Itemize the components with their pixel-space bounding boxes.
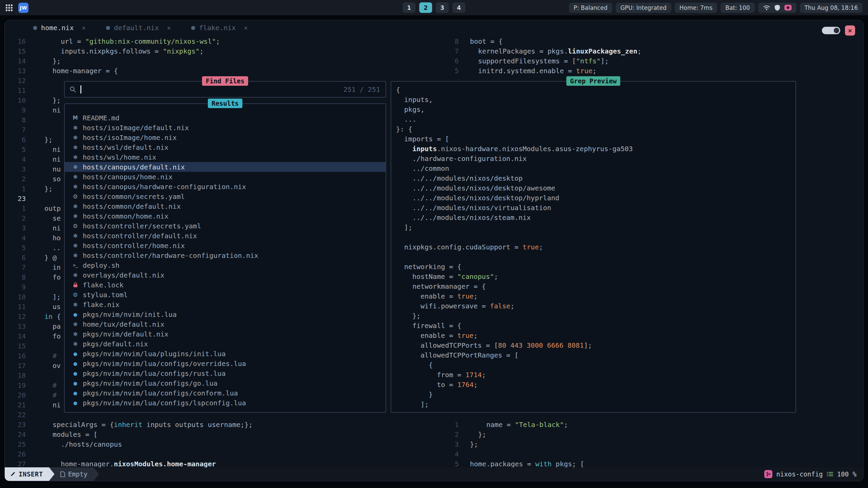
result-item[interactable]: ❄hosts/wsl/default.nix <box>65 142 386 152</box>
code-text: ni <box>44 155 61 164</box>
preview-line: ./hardware-configuration.nix <box>396 154 795 164</box>
tab-close-icon[interactable]: × <box>167 24 171 32</box>
result-label: hosts/common/home.nix <box>83 212 169 220</box>
result-item[interactable]: ❄hosts/common/default.nix <box>65 201 386 211</box>
result-item[interactable]: >_deploy.sh <box>65 260 386 270</box>
result-label: pkgs/nvim/nvim/init.lua <box>83 310 177 319</box>
code-text: supportedFilesystems = ["ntfs"]; <box>470 56 609 66</box>
result-item[interactable]: ⚙hosts/common/secrets.yaml <box>65 191 386 201</box>
preview-line: } <box>396 390 795 400</box>
separator-icon <box>94 467 99 481</box>
result-item[interactable]: ❄hosts/common/home.nix <box>65 211 386 221</box>
tab-flake.nix[interactable]: ❄flake.nix× <box>191 24 248 32</box>
result-item[interactable]: ●pkgs/nvim/nvim/lua/configs/rust.lua <box>65 368 386 378</box>
line-number: 7 <box>5 263 26 272</box>
result-label: flake.lock <box>83 281 123 289</box>
line-number: 9 <box>5 282 26 292</box>
screenshot-icon[interactable] <box>784 4 792 11</box>
result-item[interactable]: ❄hosts/controller/default.nix <box>65 231 386 241</box>
preview-line: }: { <box>396 124 795 134</box>
preview-line: ../../modules/nixos/desktop/awesome <box>396 183 795 193</box>
result-item[interactable]: ●pkgs/nvim/nvim/lua/configs/go.lua <box>65 378 386 388</box>
lua-file-icon: ● <box>71 312 80 317</box>
line-number: 4 <box>438 449 459 459</box>
line-number: 15 <box>5 46 26 56</box>
code-line: 8 <box>5 115 44 125</box>
workspace-button-1[interactable]: 1 <box>403 2 416 13</box>
result-item[interactable]: ❄pkgs/nvim/default.nix <box>65 329 386 339</box>
result-item[interactable]: ❄flake.nix <box>65 300 386 309</box>
code-text: }; <box>470 430 486 440</box>
result-item[interactable]: ❄hosts/controller/hardware-configuration… <box>65 250 386 260</box>
result-item[interactable]: ❄hosts/isoImage/default.nix <box>65 123 386 133</box>
result-item[interactable]: ❄hosts/canopus/home.nix <box>65 172 386 182</box>
result-item[interactable]: ❄overlays/default.nix <box>65 270 386 280</box>
result-item[interactable]: ●pkgs/nvim/nvim/lua/configs/lspconfig.lu… <box>65 398 386 408</box>
result-item[interactable]: ❄pkgs/default.nix <box>65 339 386 349</box>
line-number: 23 <box>5 194 26 204</box>
find-files-title: Find Files <box>202 76 248 86</box>
result-item[interactable]: ❄home/tux/default.nix <box>65 319 386 329</box>
shield-icon[interactable] <box>774 4 780 11</box>
tab-close-icon[interactable]: × <box>244 24 248 32</box>
tab-default.nix[interactable]: ❄default.nix× <box>105 24 171 32</box>
nix-file-icon: ❄ <box>33 24 38 32</box>
lua-file-icon: ● <box>71 351 80 357</box>
preview-line: ]; <box>396 223 795 232</box>
result-item[interactable]: ❄hosts/canopus/default.nix <box>65 162 386 172</box>
code-text: us <box>44 302 61 312</box>
app-launcher-icon[interactable] <box>5 4 13 12</box>
code-text: specialArgs = {inherit inputs outputs us… <box>44 420 253 430</box>
results-title: Results <box>208 99 242 108</box>
code-text: # <box>44 351 57 361</box>
line-number: 11 <box>5 86 26 96</box>
nix-file-icon: ❄ <box>71 301 80 308</box>
line-number: 13 <box>5 322 26 331</box>
result-item[interactable]: ❄hosts/controller/home.nix <box>65 241 386 250</box>
line-number: 11 <box>5 302 26 312</box>
code-text: outp <box>44 204 61 214</box>
file-status-segment: Empty <box>49 467 94 481</box>
workspace-button-3[interactable]: 3 <box>436 2 449 13</box>
logo-badge[interactable]: JW <box>18 3 28 13</box>
result-item[interactable]: ❄hosts/wsl/home.nix <box>65 152 386 162</box>
result-label: pkgs/nvim/nvim/lua/configs/overrides.lua <box>83 360 246 368</box>
workspace-button-4[interactable]: 4 <box>453 2 466 13</box>
window-close-button[interactable]: × <box>845 25 855 36</box>
shell-file-icon: >_ <box>71 263 80 268</box>
markdown-file-icon: M <box>71 115 80 121</box>
result-label: overlays/default.nix <box>83 271 164 279</box>
result-item[interactable]: ●pkgs/nvim/nvim/lua/configs/overrides.lu… <box>65 359 386 368</box>
nix-file-icon: ❄ <box>71 174 80 180</box>
result-item[interactable]: ❄hosts/isoImage/home.nix <box>65 133 386 142</box>
code-text: se <box>44 214 61 223</box>
wifi-icon[interactable] <box>763 5 770 11</box>
result-item[interactable]: flake.lock <box>65 280 386 290</box>
code-text: }; <box>470 440 478 449</box>
line-number: 24 <box>5 430 26 440</box>
result-item[interactable]: ●pkgs/nvim/nvim/init.lua <box>65 309 386 319</box>
tab-close-icon[interactable]: × <box>82 24 85 32</box>
result-item[interactable]: ❄hosts/canopus/hardware-configuration.ni… <box>65 182 386 191</box>
result-item[interactable]: ●pkgs/nvim/nvim/lua/configs/conform.lua <box>65 388 386 398</box>
workspace-button-2[interactable]: 2 <box>419 2 432 13</box>
code-text: ov <box>44 361 61 371</box>
code-text: name = "Tela-black"; <box>470 420 568 430</box>
result-item[interactable]: ⚙stylua.toml <box>65 290 386 300</box>
nix-file-icon: ❄ <box>71 232 80 239</box>
result-label: hosts/controller/secrets.yaml <box>83 222 201 230</box>
preview-line: to = 1764; <box>396 380 795 390</box>
code-text: in { <box>44 312 61 322</box>
repo-label: nixos-config <box>776 470 823 478</box>
nix-file-icon: ❄ <box>71 331 80 338</box>
code-text: pa <box>44 322 61 331</box>
code-text: }; <box>44 135 53 145</box>
code-line: 1}; <box>5 184 53 194</box>
result-item[interactable]: MREADME.md <box>65 113 386 123</box>
clock[interactable]: Thu Aug 08, 18:16 <box>800 3 863 13</box>
tab-home.nix[interactable]: ❄home.nix× <box>33 24 86 32</box>
result-item[interactable]: ●pkgs/nvim/nvim/lua/plugins/init.lua <box>65 349 386 359</box>
window-toggle-pill[interactable] <box>822 27 840 34</box>
lua-file-icon: ● <box>71 361 80 366</box>
result-item[interactable]: ⚙hosts/controller/secrets.yaml <box>65 221 386 231</box>
